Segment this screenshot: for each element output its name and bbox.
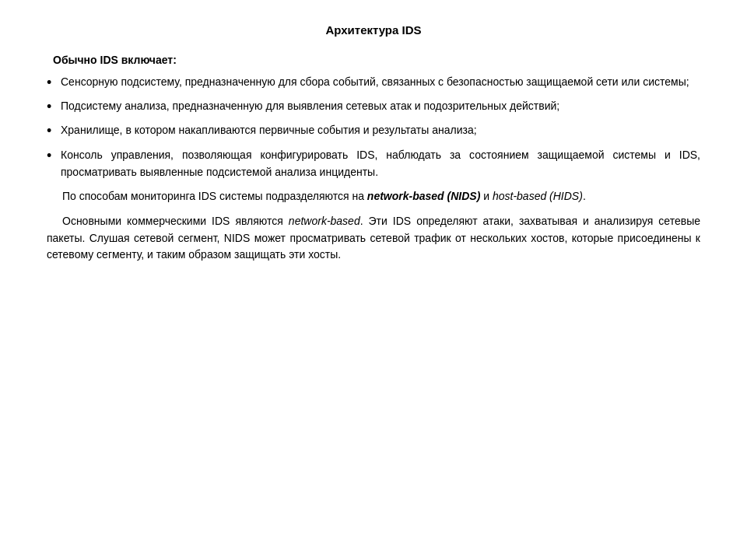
paragraph1-bold-italic: network-based (NIDS)	[367, 190, 480, 202]
paragraph1-before: По способам мониторинга IDS системы подр…	[62, 190, 367, 202]
paragraph2-text: Основными коммерческими IDS являются net…	[47, 215, 700, 261]
bullet-text-1: Сенсорную подсистему, предназначенную дл…	[61, 74, 700, 91]
list-item: • Подсистему анализа, предназначенную дл…	[47, 98, 700, 116]
paragraph-monitoring: По способам мониторинга IDS системы подр…	[47, 188, 700, 205]
network-based-italic: network-based	[289, 215, 360, 227]
bullet-icon: •	[47, 147, 59, 165]
bullet-icon: •	[47, 122, 59, 140]
bullet-icon: •	[47, 98, 59, 116]
list-item: • Хранилище, в котором накапливаются пер…	[47, 122, 700, 140]
bullet-text-2: Подсистему анализа, предназначенную для …	[61, 98, 700, 115]
bullet-text-3: Хранилище, в котором накапливаются перви…	[61, 122, 700, 139]
page: Архитектура IDS Обычно IDS включает: • С…	[0, 0, 747, 560]
section-header: Обычно IDS включает:	[53, 52, 700, 69]
main-content: Обычно IDS включает: • Сенсорную подсист…	[47, 52, 700, 264]
bullet-text-4: Консоль управления, позволяющая конфигур…	[61, 147, 700, 180]
bullet-icon: •	[47, 74, 59, 92]
page-title: Архитектура IDS	[47, 23, 700, 37]
list-item: • Консоль управления, позволяющая конфиг…	[47, 147, 700, 180]
paragraph1-after: .	[583, 190, 586, 202]
paragraph1-italic: host-based (HIDS)	[493, 190, 583, 202]
paragraph1-middle: и	[480, 190, 493, 202]
list-item: • Сенсорную подсистему, предназначенную …	[47, 74, 700, 92]
paragraph-commercial: Основными коммерческими IDS являются net…	[47, 213, 700, 264]
